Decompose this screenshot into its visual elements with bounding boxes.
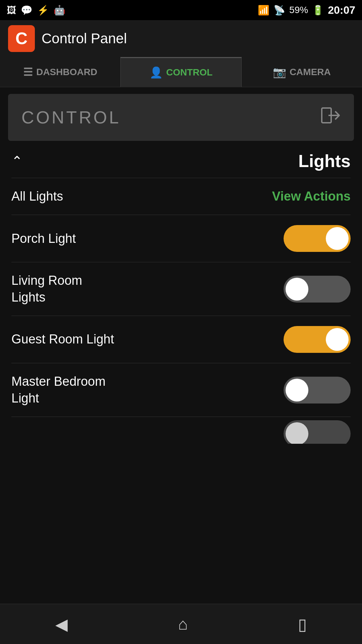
tab-camera-label: CAMERA — [290, 67, 331, 77]
view-actions-button[interactable]: View Actions — [272, 189, 351, 204]
guest-room-light-label: Guest Room Light — [11, 331, 114, 347]
porch-light-label: Porch Light — [11, 230, 76, 247]
tab-camera[interactable]: 📷 CAMERA — [242, 57, 362, 87]
guest-room-light-row: Guest Room Light ON — [8, 316, 354, 363]
tab-control[interactable]: 👤 CONTROL — [120, 57, 241, 87]
tab-control-label: CONTROL — [166, 67, 213, 78]
lights-section: ⌃ Lights All Lights View Actions Porch L… — [8, 144, 354, 444]
status-bar-right: 📶 📡 59% 🔋 20:07 — [258, 4, 355, 16]
whatsapp-icon: 💬 — [21, 5, 33, 16]
living-room-lights-thumb — [286, 278, 308, 301]
photo-icon: 🖼 — [7, 5, 16, 16]
control-header-title: CONTROL — [21, 107, 121, 127]
dashboard-icon: ☰ — [23, 66, 33, 78]
time-text: 20:07 — [328, 4, 355, 16]
tab-dashboard[interactable]: ☰ DASHBOARD — [0, 57, 120, 87]
collapse-chevron[interactable]: ⌃ — [11, 153, 23, 169]
living-room-lights-label: Living RoomLights — [11, 272, 82, 306]
guest-room-light-thumb — [326, 328, 349, 351]
master-bedroom-light-row: Master BedroomLight OFF — [8, 363, 354, 417]
tab-bar: ☰ DASHBOARD 👤 CONTROL 📷 CAMERA — [0, 57, 362, 87]
bottom-nav: ◀ ⌂ ▯ — [0, 604, 362, 644]
status-bar-left: 🖼 💬 ⚡ 🤖 — [7, 5, 65, 16]
porch-light-thumb — [326, 227, 349, 250]
master-bedroom-light-label: Master BedroomLight — [11, 373, 106, 407]
guest-room-light-toggle[interactable]: ON — [284, 326, 351, 353]
living-room-lights-toggle[interactable]: OFF — [284, 276, 351, 303]
master-bedroom-light-toggle[interactable]: OFF — [284, 377, 351, 404]
app-bar: C Control Panel — [0, 20, 362, 57]
all-lights-row: All Lights View Actions — [8, 178, 354, 215]
recents-button[interactable]: ▯ — [285, 611, 320, 637]
partial-light-thumb — [286, 422, 308, 444]
lights-title: Lights — [298, 151, 351, 171]
battery-icon: 🔋 — [312, 5, 324, 16]
control-icon: 👤 — [149, 66, 163, 79]
status-bar: 🖼 💬 ⚡ 🤖 📶 📡 59% 🔋 20:07 — [0, 0, 362, 20]
control-header-card: CONTROL — [8, 94, 354, 141]
battery-text: 59% — [289, 5, 308, 15]
partial-light-row: OFF — [8, 417, 354, 444]
partial-light-toggle[interactable]: OFF — [284, 420, 351, 444]
camera-icon: 📷 — [273, 66, 286, 78]
all-lights-label: All Lights — [11, 188, 63, 205]
login-icon[interactable] — [320, 105, 341, 129]
app-logo: C — [8, 25, 35, 52]
master-bedroom-light-thumb — [286, 379, 308, 401]
app-logo-letter: C — [15, 29, 27, 48]
signal-icon: 📡 — [274, 5, 285, 16]
app-title: Control Panel — [42, 31, 127, 47]
tab-dashboard-label: DASHBOARD — [36, 67, 97, 77]
usb-icon: ⚡ — [37, 5, 49, 16]
back-button[interactable]: ◀ — [42, 611, 81, 637]
living-room-lights-row: Living RoomLights OFF — [8, 262, 354, 316]
home-button[interactable]: ⌂ — [165, 611, 201, 637]
porch-light-toggle[interactable]: ON — [284, 225, 351, 252]
lights-header: ⌃ Lights — [8, 144, 354, 178]
android-icon: 🤖 — [54, 5, 65, 16]
porch-light-row: Porch Light ON — [8, 215, 354, 262]
wifi-icon: 📶 — [258, 5, 269, 16]
